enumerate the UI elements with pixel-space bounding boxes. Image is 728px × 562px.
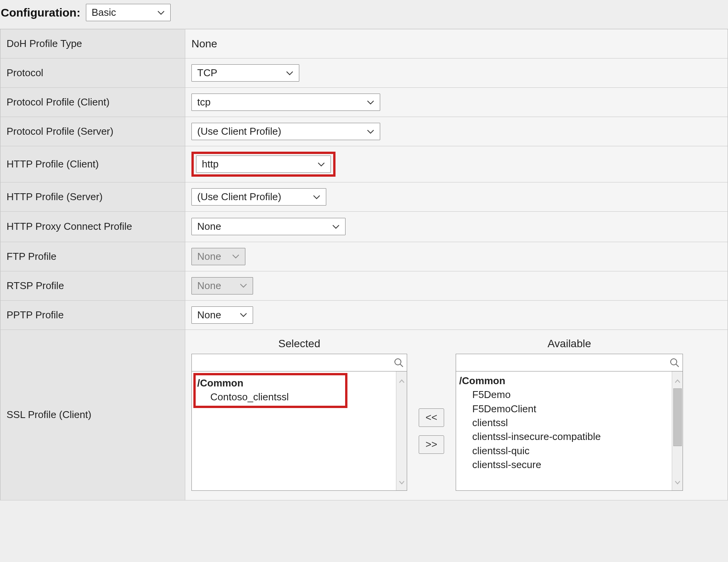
label-pptp-profile: PPTP Profile bbox=[0, 300, 185, 330]
row-http-profile-client: HTTP Profile (Client) http bbox=[0, 146, 728, 182]
svg-line-1 bbox=[400, 364, 403, 367]
available-column: Available /Common F5Demo bbox=[456, 338, 683, 491]
available-item-1[interactable]: F5DemoClient bbox=[459, 402, 679, 416]
available-partition: /Common bbox=[459, 374, 679, 388]
chevron-down-icon bbox=[232, 254, 240, 259]
configuration-select-value: Basic bbox=[92, 7, 116, 18]
available-listbox[interactable]: /Common F5Demo F5DemoClient clientssl cl… bbox=[456, 371, 683, 491]
chevron-down-icon bbox=[317, 162, 325, 167]
row-rtsp-profile: RTSP Profile None bbox=[0, 271, 728, 300]
selected-header: Selected bbox=[191, 338, 407, 354]
svg-point-2 bbox=[671, 359, 677, 365]
row-http-profile-server: HTTP Profile (Server) (Use Client Profil… bbox=[0, 182, 728, 212]
label-protocol: Protocol bbox=[0, 59, 185, 88]
row-pptp-profile: PPTP Profile None bbox=[0, 300, 728, 330]
svg-line-3 bbox=[676, 364, 679, 367]
row-ssl-profile-client: SSL Profile (Client) Selected bbox=[0, 330, 728, 500]
scroll-down-icon[interactable] bbox=[674, 475, 681, 488]
label-http-proxy-connect-profile: HTTP Proxy Connect Profile bbox=[0, 212, 185, 242]
ssl-profile-client-duallist: Selected /Common bbox=[191, 335, 721, 495]
protocol-select[interactable]: TCP bbox=[191, 64, 299, 82]
svg-point-0 bbox=[395, 359, 401, 365]
row-protocol: Protocol TCP bbox=[0, 59, 728, 88]
selected-partition: /Common bbox=[197, 376, 344, 390]
available-item-3[interactable]: clientssl-insecure-compatible bbox=[459, 430, 679, 443]
highlight-selected-profile: /Common Contoso_clientssl bbox=[193, 373, 347, 408]
row-http-proxy-connect-profile: HTTP Proxy Connect Profile None bbox=[0, 212, 728, 242]
selected-search-input[interactable] bbox=[196, 357, 394, 368]
http-profile-client-value: http bbox=[202, 158, 218, 170]
rtsp-profile-value: None bbox=[197, 280, 221, 292]
http-proxy-connect-profile-value: None bbox=[197, 221, 221, 232]
available-scrollbar[interactable] bbox=[672, 371, 683, 490]
pptp-profile-value: None bbox=[197, 309, 221, 321]
configuration-label: Configuration: bbox=[1, 6, 81, 19]
chevron-down-icon bbox=[240, 283, 247, 288]
http-profile-client-select[interactable]: http bbox=[196, 156, 331, 173]
configuration-heading: Configuration: Basic bbox=[0, 0, 728, 29]
ftp-profile-value: None bbox=[197, 251, 221, 263]
chevron-down-icon bbox=[332, 224, 340, 229]
available-search[interactable] bbox=[456, 354, 683, 371]
pptp-profile-select[interactable]: None bbox=[191, 306, 253, 324]
selected-scrollbar[interactable] bbox=[396, 371, 407, 490]
http-profile-server-value: (Use Client Profile) bbox=[197, 191, 281, 203]
http-profile-server-select[interactable]: (Use Client Profile) bbox=[191, 188, 326, 206]
chevron-down-icon bbox=[157, 10, 165, 15]
move-buttons: << >> bbox=[419, 408, 444, 454]
move-left-button[interactable]: << bbox=[419, 408, 444, 427]
ftp-profile-select: None bbox=[191, 248, 245, 265]
configuration-select[interactable]: Basic bbox=[86, 4, 171, 21]
scroll-up-icon[interactable] bbox=[674, 373, 681, 387]
row-protocol-profile-client: Protocol Profile (Client) tcp bbox=[0, 88, 728, 117]
move-right-button[interactable]: >> bbox=[419, 435, 444, 454]
protocol-profile-client-select[interactable]: tcp bbox=[191, 94, 380, 111]
protocol-profile-server-value: (Use Client Profile) bbox=[197, 125, 281, 137]
label-ssl-profile-client: SSL Profile (Client) bbox=[0, 330, 185, 500]
available-search-input[interactable] bbox=[460, 357, 669, 368]
scroll-up-icon[interactable] bbox=[399, 373, 405, 387]
selected-listbox[interactable]: /Common Contoso_clientssl bbox=[191, 371, 407, 491]
search-icon bbox=[669, 358, 679, 368]
row-ftp-profile: FTP Profile None bbox=[0, 242, 728, 271]
label-ftp-profile: FTP Profile bbox=[0, 242, 185, 271]
selected-column: Selected /Common bbox=[191, 338, 407, 491]
protocol-select-value: TCP bbox=[197, 67, 217, 79]
chevron-down-icon bbox=[286, 71, 294, 75]
scroll-thumb[interactable] bbox=[673, 388, 682, 446]
search-icon bbox=[394, 358, 404, 368]
row-protocol-profile-server: Protocol Profile (Server) (Use Client Pr… bbox=[0, 117, 728, 146]
available-header: Available bbox=[456, 338, 683, 354]
available-item-2[interactable]: clientssl bbox=[459, 416, 679, 430]
label-http-profile-server: HTTP Profile (Server) bbox=[0, 182, 185, 212]
label-protocol-profile-client: Protocol Profile (Client) bbox=[0, 88, 185, 117]
highlight-http-profile-client: http bbox=[191, 152, 335, 177]
available-item-4[interactable]: clientssl-quic bbox=[459, 444, 679, 458]
selected-search[interactable] bbox=[191, 354, 407, 371]
row-doh-profile-type: DoH Profile Type None bbox=[0, 29, 728, 59]
value-doh-profile-type: None bbox=[191, 38, 217, 50]
label-protocol-profile-server: Protocol Profile (Server) bbox=[0, 117, 185, 146]
available-item-5[interactable]: clientssl-secure bbox=[459, 458, 679, 472]
chevron-down-icon bbox=[313, 195, 320, 199]
label-doh-profile-type: DoH Profile Type bbox=[0, 29, 185, 59]
http-proxy-connect-profile-select[interactable]: None bbox=[191, 218, 346, 235]
protocol-profile-client-value: tcp bbox=[197, 96, 211, 108]
selected-item-0[interactable]: Contoso_clientssl bbox=[197, 390, 344, 404]
label-rtsp-profile: RTSP Profile bbox=[0, 271, 185, 300]
protocol-profile-server-select[interactable]: (Use Client Profile) bbox=[191, 123, 380, 140]
chevron-down-icon bbox=[367, 129, 374, 134]
label-http-profile-client: HTTP Profile (Client) bbox=[0, 146, 185, 182]
chevron-down-icon bbox=[367, 100, 374, 105]
available-item-0[interactable]: F5Demo bbox=[459, 388, 679, 401]
rtsp-profile-select: None bbox=[191, 277, 253, 294]
configuration-table: DoH Profile Type None Protocol TCP Proto… bbox=[0, 29, 728, 500]
chevron-down-icon bbox=[240, 313, 247, 317]
scroll-down-icon[interactable] bbox=[399, 475, 405, 488]
